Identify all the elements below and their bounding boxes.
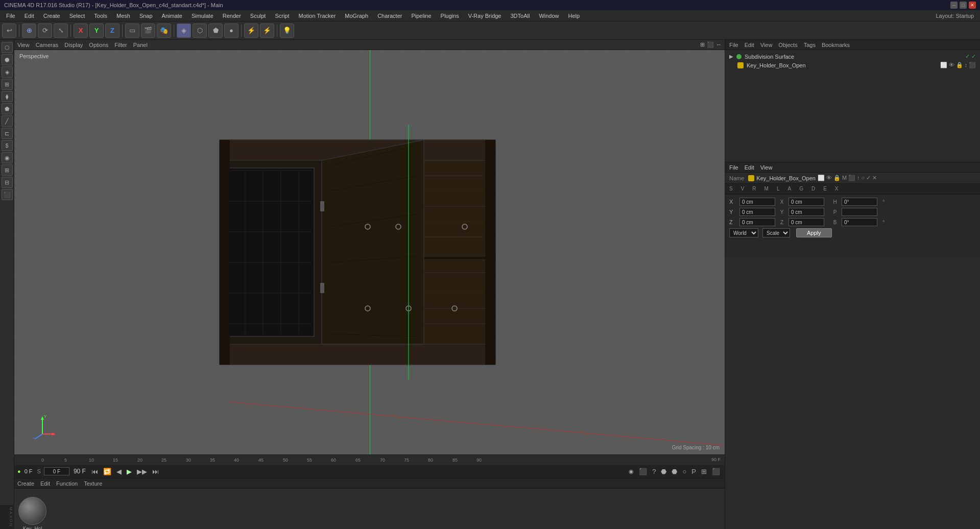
tool-render-active[interactable]: 🎬 [141,23,155,38]
3d-viewport[interactable]: Y X Z Perspective Grid Spacing : 10 cm [14,50,725,454]
tool-snap2[interactable]: ⚡ [260,23,274,38]
coord-b-input[interactable] [842,218,877,226]
fps-input[interactable] [44,467,69,475]
menu-pipeline[interactable]: Pipeline [407,12,435,20]
coord-sy-input[interactable] [788,208,824,216]
loop-button[interactable]: 🔁 [102,468,113,475]
tool-light[interactable]: 💡 [280,23,294,38]
tool-move[interactable]: ⊕ [22,23,36,38]
lt-mode3[interactable]: ◈ [2,66,13,78]
menu-select[interactable]: Select [65,12,89,20]
vp-menu-options[interactable]: Options [89,42,108,48]
menu-create[interactable]: Create [39,12,64,20]
play-back[interactable]: ◀ [115,468,123,475]
lt-mode5[interactable]: ⧫ [2,91,13,102]
coord-sx-input[interactable] [788,198,824,206]
tool-y[interactable]: Y [89,23,104,38]
obj-menu-view[interactable]: View [760,42,773,48]
tool-edge[interactable]: ⬟ [208,23,223,38]
mat-menu-create[interactable]: Create [17,480,34,487]
coord-world-select[interactable]: World Object [729,228,758,237]
menu-window[interactable]: Window [535,12,563,20]
tool-scale[interactable]: ⤡ [54,23,68,38]
play-forward[interactable]: ▶ [125,468,133,475]
anim-btn7[interactable]: P [690,468,698,475]
coord-p-input[interactable] [842,208,877,216]
menu-mesh[interactable]: Mesh [112,12,134,20]
coord-scale-select[interactable]: Scale [762,228,790,237]
menu-character[interactable]: Character [373,12,406,20]
skip-to-start[interactable]: ⏮ [90,468,100,475]
attr-menu-file[interactable]: File [729,164,738,171]
anim-btn4[interactable]: ⬣ [659,468,668,475]
timeline-ruler[interactable]: 0 5 10 15 20 25 30 35 40 45 50 55 60 65 … [14,455,725,465]
coord-y-input[interactable] [739,208,775,216]
anim-btn6[interactable]: ○ [681,468,688,475]
tool-z[interactable]: Z [105,23,119,38]
lt-mode11[interactable]: ⊞ [2,164,13,176]
tool-polygon[interactable]: ⬡ [193,23,207,38]
apply-button[interactable]: Apply [796,228,832,237]
lt-mode7[interactable]: ╱ [2,115,13,127]
anim-btn1[interactable]: ◉ [627,468,635,475]
obj-menu-bookmarks[interactable]: Bookmarks [822,42,850,48]
menu-edit[interactable]: Edit [20,12,38,20]
lt-mode8[interactable]: ⊏ [2,128,13,139]
anim-btn8[interactable]: ⊞ [700,468,708,475]
menu-animate[interactable]: Animate [158,12,186,20]
vp-icon-3[interactable]: ↔ [716,41,722,48]
tool-object[interactable]: ◈ [177,23,191,38]
obj-menu-tags[interactable]: Tags [804,42,816,48]
menu-snap[interactable]: Snap [135,12,157,20]
close-button[interactable]: ✕ [969,2,976,9]
lt-mode1[interactable]: ⬡ [2,42,13,53]
lt-mode12[interactable]: ⊟ [2,177,13,188]
play-fast[interactable]: ▶▶ [135,468,149,475]
mat-menu-texture[interactable]: Texture [84,480,102,487]
lt-mode9[interactable]: $ [2,140,13,151]
lt-mode13[interactable]: ⬛ [2,189,13,200]
vp-menu-cameras[interactable]: Cameras [36,42,59,48]
obj-item-keyholder[interactable]: Key_Holder_Box_Open ⬜ 👁 🔒 ↕ ⬛ [725,61,980,69]
menu-help[interactable]: Help [564,12,584,20]
tool-render-region[interactable]: ▭ [125,23,139,38]
obj-menu-objects[interactable]: Objects [778,42,797,48]
anim-btn9[interactable]: ⬛ [710,468,722,475]
attr-menu-edit[interactable]: Edit [745,164,754,171]
lt-mode10[interactable]: ◉ [2,152,13,163]
vp-icon-1[interactable]: ⊞ [700,41,705,48]
vp-menu-filter[interactable]: Filter [114,42,127,48]
anim-btn2[interactable]: ⬛ [637,468,649,475]
coord-sz-input[interactable] [788,218,824,226]
obj-item-subdivision[interactable]: ▶ Subdivision Surface ✓ ✓ [725,52,980,61]
anim-btn3[interactable]: ? [651,468,657,475]
window-controls[interactable]: ─ □ ✕ [950,2,976,9]
obj-menu-edit[interactable]: Edit [745,42,754,48]
menu-file[interactable]: File [2,12,19,20]
menu-3dtoall[interactable]: 3DToAll [506,12,534,20]
mat-menu-function[interactable]: Function [56,480,78,487]
menu-plugins[interactable]: Plugins [437,12,463,20]
minimize-button[interactable]: ─ [950,2,958,9]
menu-tools[interactable]: Tools [90,12,111,20]
vp-menu-panel[interactable]: Panel [133,42,148,48]
tool-x[interactable]: X [74,23,88,38]
anim-btn5[interactable]: ⬣ [670,468,679,475]
vp-menu-display[interactable]: Display [64,42,83,48]
coord-h-input[interactable] [842,198,877,206]
tool-rotate[interactable]: ⟳ [38,23,52,38]
material-thumbnail[interactable] [18,497,46,525]
vp-menu-view[interactable]: View [17,42,30,48]
coord-x-input[interactable] [739,198,775,206]
undo-button[interactable]: ↩ [2,23,16,38]
lt-mode4[interactable]: ⊞ [2,79,13,90]
vp-icon-2[interactable]: ⬛ [707,41,714,48]
menu-vray[interactable]: V-Ray Bridge [464,12,506,20]
menu-sculpt[interactable]: Sculpt [246,12,270,20]
mat-menu-edit[interactable]: Edit [40,480,50,487]
menu-mograph[interactable]: MoGraph [341,12,372,20]
tool-point[interactable]: ● [224,23,238,38]
tool-render-settings[interactable]: 🎭 [157,23,171,38]
obj-menu-file[interactable]: File [729,42,738,48]
menu-script[interactable]: Script [271,12,293,20]
